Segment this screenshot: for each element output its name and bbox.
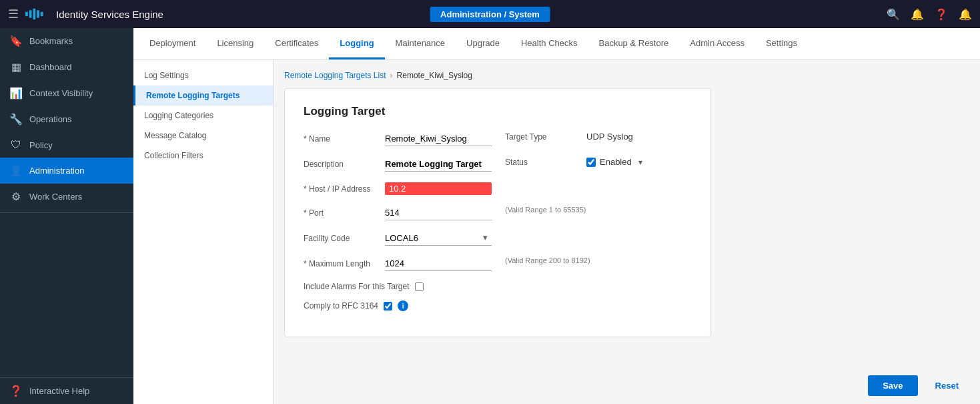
search-icon[interactable]: 🔍 (887, 8, 900, 21)
logging-target-card: Logging Target * Name Target Type UDP Sy… (284, 88, 711, 337)
facility-label: Facility Code (304, 234, 377, 243)
sub-nav: Log Settings Remote Logging Targets Logg… (133, 60, 274, 404)
tab-admin-access[interactable]: Admin Access (679, 28, 755, 59)
card-title: Logging Target (304, 105, 692, 118)
tab-bar: Deployment Licensing Certificates Loggin… (133, 28, 980, 60)
comply-rfc-checkbox[interactable] (384, 302, 392, 311)
form-row-host: * Host / IP Address (304, 182, 692, 195)
max-length-hint: (Valid Range 200 to 8192) (505, 256, 590, 264)
interactive-help-icon: ❓ (9, 385, 23, 397)
bookmarks-icon: 🔖 (9, 35, 23, 47)
sidebar-item-operations[interactable]: 🔧 Operations (0, 106, 133, 132)
administration-icon: 👤 (9, 164, 23, 177)
svg-rect-1 (29, 10, 32, 17)
sidebar-item-administration[interactable]: 👤 Administration (0, 158, 133, 184)
sidebar-label-dashboard: Dashboard (29, 62, 72, 72)
max-length-input[interactable] (385, 256, 492, 271)
tab-settings[interactable]: Settings (755, 28, 808, 59)
cisco-logo-icon (25, 7, 51, 21)
operations-icon: 🔧 (9, 113, 23, 126)
target-type-value: UDP Syslog (586, 132, 633, 142)
form-row-name: * Name Target Type UDP Syslog (304, 132, 692, 146)
form-row-facility: Facility Code LOCAL6 LOCAL0 LOCAL1 LOCAL… (304, 231, 692, 246)
form-col-port: * Port (304, 206, 492, 220)
tab-logging[interactable]: Logging (329, 28, 384, 59)
form-row-port: * Port (Valid Range 1 to 65535) (304, 206, 692, 220)
include-alarms-checkbox[interactable] (415, 282, 424, 291)
include-alarms-label: Include Alarms For this Target (304, 282, 410, 291)
sidebar-divider (0, 212, 133, 213)
top-icons: 🔍 🔔 ❓ 🔔 (887, 8, 972, 21)
status-label: Status (505, 158, 578, 167)
breadcrumb-link[interactable]: Remote Logging Targets List (284, 71, 386, 80)
help-icon[interactable]: ❓ (935, 8, 948, 21)
tab-health-checks[interactable]: Health Checks (510, 28, 588, 59)
sidebar-bottom: ❓ Interactive Help (0, 377, 133, 404)
sub-nav-collection-filters[interactable]: Collection Filters (133, 146, 273, 166)
status-dropdown-arrow[interactable]: ▾ (638, 158, 642, 167)
sub-nav-logging-categories[interactable]: Logging Categories (133, 106, 273, 126)
svg-rect-3 (37, 10, 39, 17)
main-layout: 🔖 Bookmarks ▦ Dashboard 📊 Context Visibi… (0, 28, 980, 404)
svg-rect-2 (33, 9, 35, 19)
page-body: Remote Logging Targets List › Remote_Kiw… (274, 60, 980, 404)
sidebar-label-policy: Policy (29, 140, 53, 150)
tab-upgrade[interactable]: Upgrade (456, 28, 510, 59)
hamburger-menu[interactable]: ☰ (8, 7, 19, 21)
form-col-status: Status Enabled ▾ (505, 157, 692, 167)
form-col-host: * Host / IP Address (304, 182, 692, 195)
sidebar-label-context-visibility: Context Visibility (29, 88, 93, 98)
content-area: Log Settings Remote Logging Targets Logg… (133, 60, 980, 404)
name-input[interactable] (385, 132, 492, 146)
policy-icon: 🛡 (9, 139, 23, 151)
sidebar-label-work-centers: Work Centers (29, 192, 82, 202)
sidebar-item-dashboard[interactable]: ▦ Dashboard (0, 54, 133, 80)
top-header: ☰ Identity Services Engine Administratio… (0, 0, 980, 28)
sidebar-item-context-visibility[interactable]: 📊 Context Visibility (0, 80, 133, 106)
max-length-label: * Maximum Length (304, 259, 377, 268)
facility-select[interactable]: LOCAL6 LOCAL0 LOCAL1 LOCAL2 LOCAL3 LOCAL… (385, 231, 492, 246)
svg-rect-4 (41, 12, 43, 16)
sub-nav-log-settings[interactable]: Log Settings (133, 65, 273, 85)
tab-maintenance[interactable]: Maintenance (385, 28, 456, 59)
tab-backup-restore[interactable]: Backup & Restore (588, 28, 679, 59)
facility-select-wrapper: LOCAL6 LOCAL0 LOCAL1 LOCAL2 LOCAL3 LOCAL… (385, 231, 492, 246)
header-breadcrumb: Administration / System (430, 7, 550, 22)
sidebar-label-bookmarks: Bookmarks (29, 36, 73, 46)
sidebar-item-policy[interactable]: 🛡 Policy (0, 132, 133, 158)
sidebar-label-operations: Operations (29, 114, 72, 124)
sidebar-label-administration: Administration (29, 166, 84, 176)
form-col-port-hint: (Valid Range 1 to 65535) (505, 206, 692, 214)
sidebar-item-bookmarks[interactable]: 🔖 Bookmarks (0, 28, 133, 54)
app-title: Identity Services Engine (56, 9, 163, 20)
reset-button[interactable]: Reset (925, 375, 969, 396)
sidebar-item-work-centers[interactable]: ⚙ Work Centers (0, 184, 133, 210)
form-row-description: Description Status Enabled ▾ (304, 157, 692, 172)
main-content: Deployment Licensing Certificates Loggin… (133, 28, 980, 404)
port-input[interactable] (385, 206, 492, 220)
tab-deployment[interactable]: Deployment (139, 28, 206, 59)
brand: Identity Services Engine (25, 7, 163, 21)
comply-rfc-info-icon[interactable]: i (398, 300, 408, 311)
host-input[interactable] (385, 182, 492, 195)
sub-nav-remote-logging-targets[interactable]: Remote Logging Targets (133, 85, 273, 106)
description-input[interactable] (385, 157, 492, 172)
sidebar: 🔖 Bookmarks ▦ Dashboard 📊 Context Visibi… (0, 28, 133, 404)
status-checkbox[interactable] (586, 158, 596, 167)
sub-nav-message-catalog[interactable]: Message Catalog (133, 126, 273, 146)
port-label: * Port (304, 208, 377, 218)
sidebar-item-interactive-help[interactable]: ❓ Interactive Help (0, 378, 133, 404)
work-centers-icon: ⚙ (9, 190, 23, 203)
save-button[interactable]: Save (868, 375, 917, 396)
tab-licensing[interactable]: Licensing (206, 28, 264, 59)
dashboard-icon: ▦ (9, 61, 23, 73)
form-col-max-length: * Maximum Length (304, 256, 492, 271)
notifications-icon[interactable]: 🔔 (911, 8, 924, 21)
action-bar: Save Reset (857, 367, 980, 404)
status-value: Enabled (600, 157, 632, 167)
svg-rect-0 (25, 12, 28, 16)
alerts-icon[interactable]: 🔔 (959, 8, 972, 21)
tab-certificates[interactable]: Certificates (264, 28, 329, 59)
form-col-facility: Facility Code LOCAL6 LOCAL0 LOCAL1 LOCAL… (304, 231, 692, 246)
form-col-target-type: Target Type UDP Syslog (505, 132, 692, 142)
